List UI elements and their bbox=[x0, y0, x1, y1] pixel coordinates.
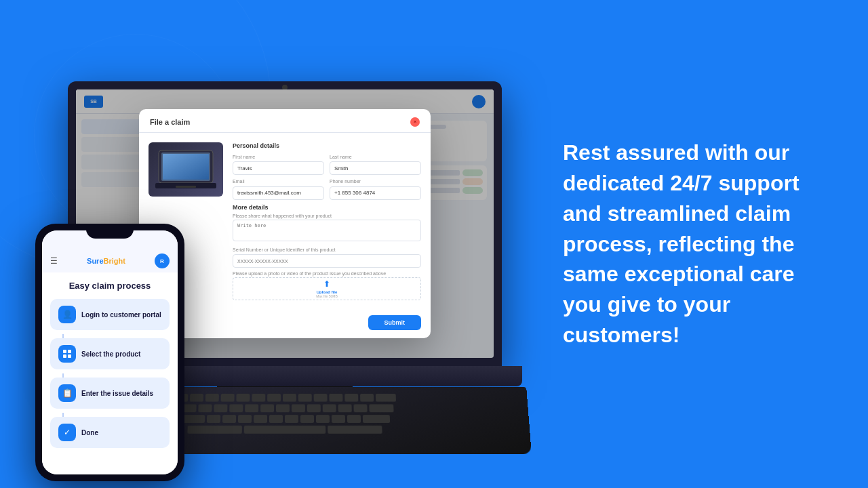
file-upload-area[interactable]: ⬆ Upload file Max file 50MB bbox=[233, 277, 421, 300]
svg-rect-4 bbox=[176, 186, 196, 188]
tagline-text: Rest assured with our dedicated 24/7 sup… bbox=[563, 138, 834, 350]
phone-outer: ☰ SureBright R Easy claim process 👤 Logi… bbox=[35, 224, 184, 481]
serial-label: Serial Number or Unique Identifier of th… bbox=[233, 247, 421, 252]
modal-header: File a claim × bbox=[139, 109, 431, 133]
svg-rect-8 bbox=[68, 354, 71, 358]
phone-section-title: Easy claim process bbox=[50, 281, 170, 291]
step-login: 👤 Login to customer portal bbox=[50, 299, 170, 330]
step-login-label: Login to customer portal bbox=[81, 311, 161, 319]
step-select-product: Select the product bbox=[50, 338, 170, 369]
step-issue-details: 📋 Enter the issue details bbox=[50, 378, 170, 409]
close-button[interactable]: × bbox=[410, 117, 420, 127]
serial-input[interactable] bbox=[233, 254, 421, 268]
left-section: SB bbox=[0, 0, 529, 488]
svg-rect-7 bbox=[63, 354, 66, 358]
first-name-field: First name bbox=[233, 155, 324, 176]
first-name-input[interactable] bbox=[233, 161, 324, 175]
step-login-icon: 👤 bbox=[58, 306, 76, 323]
phone-notch bbox=[86, 224, 134, 239]
product-image bbox=[149, 142, 223, 197]
step-done: ✓ Done bbox=[50, 417, 170, 448]
svg-rect-5 bbox=[63, 350, 66, 353]
email-field: Email bbox=[233, 179, 324, 200]
first-name-label: First name bbox=[233, 155, 324, 159]
menu-icon[interactable]: ☰ bbox=[50, 256, 58, 266]
phone-avatar: R bbox=[155, 253, 170, 268]
phone-label: Phone number bbox=[330, 179, 421, 184]
step-select-icon bbox=[58, 345, 76, 363]
submit-button[interactable]: Submit bbox=[368, 315, 422, 330]
email-input[interactable] bbox=[233, 186, 324, 200]
modal-form: Personal details First name Last name bbox=[233, 142, 421, 301]
name-row: First name Last name bbox=[233, 155, 421, 176]
more-details-title: More details bbox=[233, 204, 421, 211]
last-name-label: Last name bbox=[330, 155, 421, 159]
phone-logo: SureBright bbox=[87, 257, 125, 265]
phone-body: Easy claim process 👤 Login to customer p… bbox=[42, 272, 178, 474]
step-issue-label: Enter the issue details bbox=[81, 390, 153, 397]
upload-subtext: Max file 50MB bbox=[316, 294, 338, 298]
step-done-icon: ✓ bbox=[58, 424, 76, 441]
right-section: Rest assured with our dedicated 24/7 sup… bbox=[529, 0, 868, 488]
phone-field: Phone number bbox=[330, 179, 421, 200]
upload-icon: ⬆ bbox=[323, 279, 330, 289]
step-issue-icon: 📋 bbox=[58, 384, 76, 402]
phone: ☰ SureBright R Easy claim process 👤 Logi… bbox=[35, 224, 184, 481]
step-select-label: Select the product bbox=[81, 350, 140, 358]
description-input[interactable] bbox=[233, 220, 421, 241]
last-name-field: Last name bbox=[330, 155, 421, 176]
phone-input[interactable] bbox=[330, 186, 421, 200]
modal-title: File a claim bbox=[150, 118, 190, 126]
svg-rect-2 bbox=[163, 154, 209, 180]
contact-row: Email Phone number bbox=[233, 179, 421, 200]
personal-details-title: Personal details bbox=[233, 142, 421, 149]
phone-header: ☰ SureBright R bbox=[42, 249, 178, 272]
last-name-input[interactable] bbox=[330, 161, 421, 175]
phone-screen: ☰ SureBright R Easy claim process 👤 Logi… bbox=[42, 230, 178, 474]
upload-label: Please upload a photo or video of the pr… bbox=[233, 271, 421, 276]
svg-rect-6 bbox=[68, 350, 71, 353]
step-done-label: Done bbox=[81, 429, 98, 436]
email-label: Email bbox=[233, 179, 324, 184]
description-label: Please share what happened with your pro… bbox=[233, 214, 421, 218]
